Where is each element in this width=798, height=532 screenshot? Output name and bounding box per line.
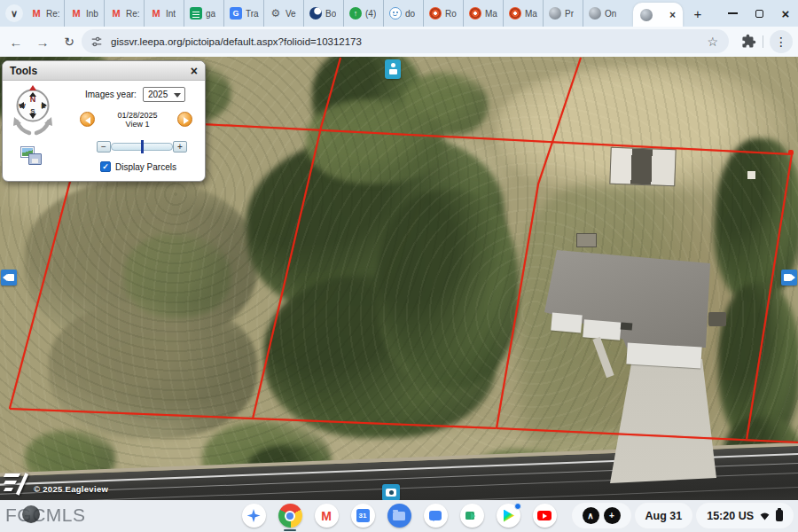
- active-app-indicator: [284, 529, 296, 532]
- tab-target-1[interactable]: Ro: [424, 0, 464, 27]
- chat-icon[interactable]: [424, 504, 448, 528]
- system-tray-pill[interactable]: 15:20 US: [697, 504, 793, 528]
- compass-rose[interactable]: N W E S: [12, 84, 54, 137]
- tab-label: Ve: [286, 9, 296, 19]
- tab-label: Tra: [246, 9, 259, 19]
- tools-close-icon[interactable]: ×: [191, 65, 198, 77]
- tab-globe-2[interactable]: On: [583, 0, 623, 27]
- display-parcels-checkbox[interactable]: ✓: [100, 161, 111, 172]
- aerial-map-viewport[interactable]: © 2025 Eagleview Tools × N W E S: [0, 57, 798, 500]
- tab-smiley[interactable]: do: [384, 0, 424, 27]
- view-west-marker[interactable]: [1, 270, 17, 286]
- view-date-block: 01/28/2025 View 1: [98, 111, 176, 129]
- tab-translate[interactable]: GTra: [224, 0, 264, 27]
- gmail-app-icon[interactable]: M: [315, 504, 339, 528]
- chrome-icon[interactable]: [278, 504, 302, 528]
- wifi-icon: [758, 510, 771, 521]
- tab-label: Pr: [565, 9, 574, 19]
- tab-green-badge[interactable]: ↑(4): [344, 0, 384, 27]
- zoom-slider-thumb[interactable]: [141, 140, 144, 153]
- tab-search-chevron-icon[interactable]: ∨: [5, 4, 23, 22]
- play-store-icon[interactable]: [497, 504, 520, 528]
- quick-actions-pill: ∧ +: [573, 504, 630, 528]
- browser-menu-icon[interactable]: ⋮: [770, 30, 793, 53]
- tab-label: Ma: [525, 9, 537, 19]
- shed: [609, 147, 676, 187]
- back-button[interactable]: ←: [5, 31, 27, 52]
- forward-button[interactable]: →: [32, 31, 53, 52]
- images-year-label: Images year:: [85, 90, 137, 99]
- tab-target-3[interactable]: Ma: [504, 0, 544, 27]
- target-icon: [469, 7, 481, 20]
- house-wall: [551, 313, 583, 333]
- calendar-icon[interactable]: 31: [351, 504, 375, 528]
- tab-gmail-2[interactable]: MInb: [65, 0, 105, 27]
- battery-icon: [776, 510, 783, 521]
- tab-globe-1[interactable]: Pr: [544, 0, 583, 27]
- address-bar[interactable]: gissvr.leepa.org/pictoipa/default.aspx?f…: [82, 29, 729, 53]
- gmail-icon: M: [30, 7, 43, 20]
- images-year-select[interactable]: 2025: [143, 87, 185, 102]
- new-tab-button[interactable]: +: [689, 4, 707, 22]
- launcher-icon[interactable]: [242, 504, 266, 528]
- utility-box: [576, 233, 597, 247]
- youtube-icon[interactable]: [533, 504, 557, 528]
- window-controls: ×: [725, 0, 798, 27]
- view-north-marker[interactable]: [385, 59, 401, 79]
- compass-n: N: [30, 95, 36, 104]
- files-icon[interactable]: [387, 504, 411, 528]
- caret-up-icon[interactable]: ∧: [583, 507, 599, 524]
- tab-active[interactable]: ×: [633, 3, 683, 27]
- zoom-in-button[interactable]: +: [173, 141, 187, 153]
- maximize-button[interactable]: [752, 6, 766, 20]
- parcel-corner-node: [788, 150, 794, 155]
- tab-label: Inb: [86, 9, 98, 19]
- date-pill[interactable]: Aug 31: [636, 504, 692, 528]
- gmail-icon: M: [110, 7, 122, 20]
- add-icon[interactable]: +: [604, 507, 621, 524]
- tab-label: Re:: [46, 9, 60, 19]
- close-window-button[interactable]: ×: [778, 6, 793, 20]
- minimize-button[interactable]: [725, 6, 739, 20]
- url-text[interactable]: gissvr.leepa.org/pictoipa/default.aspx?f…: [111, 36, 707, 47]
- close-tab-icon[interactable]: ×: [669, 9, 676, 21]
- globe-icon: [549, 7, 561, 20]
- translate-icon: G: [230, 7, 242, 20]
- tools-panel-title: Tools: [10, 65, 37, 77]
- meet-icon[interactable]: [460, 504, 484, 528]
- bookmark-star-icon[interactable]: ☆: [707, 35, 718, 49]
- gmail-icon: M: [150, 7, 162, 20]
- swirl-icon: [309, 7, 322, 20]
- compass-e: E: [41, 102, 46, 110]
- zoom-out-button[interactable]: −: [97, 141, 111, 153]
- browser-tab-strip: ∨ MRe: MInb MRe: MInt ga GTra ⚙Ve Bo ↑(4…: [0, 0, 798, 27]
- zoom-slider[interactable]: [111, 143, 173, 151]
- reload-button[interactable]: ↻: [59, 31, 80, 52]
- view-date: 01/28/2025: [98, 111, 176, 120]
- taskbar-date: Aug 31: [645, 510, 683, 522]
- display-parcels-label: Display Parcels: [115, 162, 176, 172]
- garage-front: [626, 342, 701, 368]
- equipment-pad: [708, 312, 726, 326]
- site-info-icon[interactable]: [90, 35, 103, 48]
- tab-gmail-4[interactable]: MInt: [145, 0, 184, 27]
- tab-label: Bo: [325, 9, 336, 19]
- extensions-icon[interactable]: [741, 34, 756, 49]
- gear-icon: ⚙: [270, 7, 282, 20]
- view-number: View 1: [98, 120, 176, 129]
- tab-swirl[interactable]: Bo: [304, 0, 344, 27]
- save-image-icon[interactable]: [20, 146, 43, 166]
- tab-settings[interactable]: ⚙Ve: [264, 0, 304, 27]
- view-south-marker[interactable]: [382, 484, 400, 500]
- tab-gmail-3[interactable]: MRe:: [105, 0, 145, 27]
- tab-sheets[interactable]: ga: [184, 0, 224, 27]
- tab-gmail-1[interactable]: MRe:: [25, 0, 65, 27]
- tools-panel-header[interactable]: Tools ×: [3, 61, 205, 81]
- gmail-icon: M: [70, 7, 82, 20]
- view-east-marker[interactable]: [781, 270, 797, 286]
- tab-target-2[interactable]: Ma: [464, 0, 504, 27]
- next-view-button[interactable]: [177, 112, 192, 127]
- target-icon: [509, 7, 521, 20]
- tab-label: Int: [166, 9, 176, 19]
- previous-view-button[interactable]: [80, 112, 95, 127]
